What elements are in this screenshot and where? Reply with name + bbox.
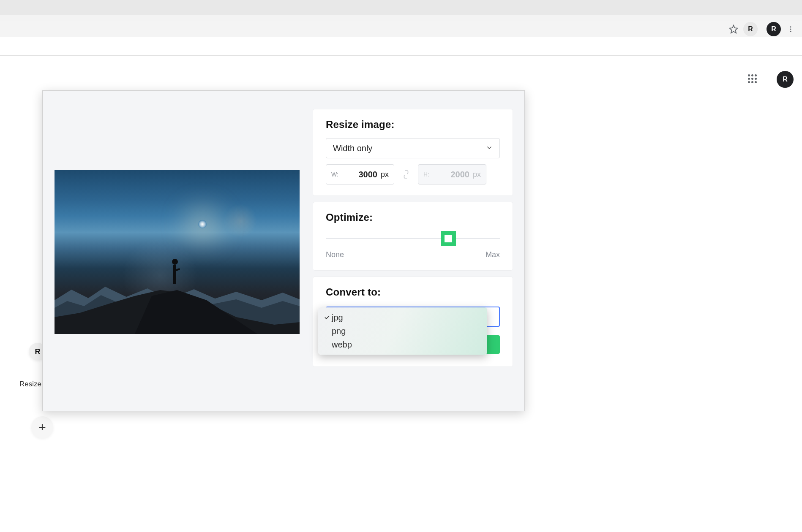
height-unit: px (473, 170, 481, 179)
optimize-slider[interactable] (326, 234, 500, 243)
add-shortcut-button[interactable]: + (31, 416, 53, 438)
svg-point-3 (790, 31, 791, 32)
width-label: W: (331, 171, 338, 178)
window-titlebar (0, 0, 802, 15)
browser-menu-icon[interactable] (785, 24, 796, 35)
convert-option-label: jpg (332, 313, 343, 323)
page-content: R R Resize I + (0, 56, 802, 532)
convert-dropdown-menu: jpg png webp (318, 307, 487, 355)
image-preview-area (55, 103, 300, 399)
convert-option-label: png (332, 326, 346, 336)
resize-popup-panel: Resize image: Width only W: 3000 px (42, 90, 525, 411)
resize-card: Resize image: Width only W: 3000 px (313, 109, 513, 195)
extension-round-icon[interactable]: R (767, 22, 781, 36)
slider-thumb[interactable] (441, 231, 456, 246)
chevron-down-icon (486, 144, 493, 153)
width-unit: px (381, 170, 389, 179)
resize-title: Resize image: (326, 119, 500, 130)
height-value: 2000 (433, 170, 469, 179)
person-silhouette (171, 255, 179, 284)
optimize-min-label: None (326, 250, 344, 259)
convert-option-webp[interactable]: webp (318, 338, 487, 351)
height-label: H: (423, 171, 429, 178)
plus-icon: + (38, 420, 46, 434)
sidepanel-round-text: R (783, 76, 788, 83)
optimize-title: Optimize: (326, 212, 500, 223)
check-icon (322, 315, 332, 320)
bookmark-star-icon[interactable] (728, 24, 739, 35)
resize-mode-value: Width only (333, 144, 372, 153)
extension-badge-text: R (748, 25, 753, 33)
page-shortcut-badge-text: R (35, 347, 41, 356)
image-preview (55, 170, 300, 334)
toolbar-separator (762, 24, 762, 34)
convert-option-png[interactable]: png (318, 324, 487, 338)
height-input: H: 2000 px (418, 164, 486, 185)
browser-toolbar: R R (0, 21, 802, 56)
convert-option-label: webp (332, 340, 352, 350)
extension-round-text: R (771, 25, 776, 33)
optimize-max-label: Max (486, 250, 500, 259)
page-shortcut-label: Resize I (19, 380, 45, 388)
svg-point-2 (790, 29, 791, 30)
link-aspect-icon[interactable] (402, 169, 410, 179)
width-input[interactable]: W: 3000 px (326, 164, 394, 185)
browser-tab-bar (0, 15, 802, 21)
sidepanel-round-icon[interactable]: R (777, 71, 794, 88)
convert-option-jpg[interactable]: jpg (318, 311, 487, 324)
convert-title: Convert to: (326, 286, 500, 298)
svg-point-1 (790, 26, 791, 27)
apps-grid-icon[interactable] (748, 74, 758, 84)
extension-badge[interactable]: R (743, 22, 758, 36)
width-value: 3000 (342, 170, 377, 179)
svg-marker-0 (730, 25, 737, 33)
convert-card: Convert to: jpg png we (313, 277, 513, 366)
optimize-card: Optimize: None Max (313, 202, 513, 270)
resize-mode-select[interactable]: Width only (326, 138, 500, 158)
